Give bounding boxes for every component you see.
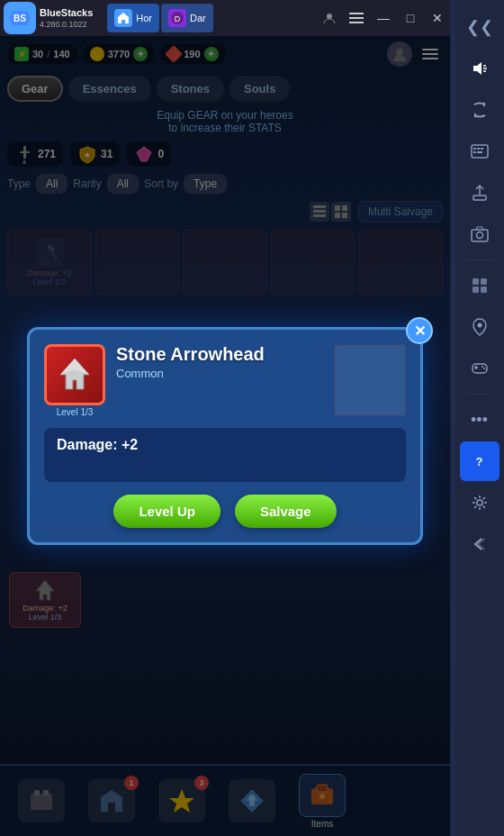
svg-point-56 bbox=[482, 366, 483, 368]
right-sidebar: ❮❮ ••• ? bbox=[454, 0, 504, 836]
sidebar-upload-btn[interactable] bbox=[460, 173, 500, 213]
sidebar-settings-btn[interactable] bbox=[460, 483, 500, 522]
svg-point-52 bbox=[477, 323, 482, 328]
bluestacks-version: 4.280.0.1022 bbox=[40, 20, 93, 29]
close-icon: ✕ bbox=[414, 323, 426, 340]
profile-btn[interactable] bbox=[317, 5, 342, 31]
svg-text:BS: BS bbox=[14, 14, 26, 23]
svg-marker-37 bbox=[482, 102, 485, 107]
svg-marker-38 bbox=[474, 113, 477, 118]
salvage-btn[interactable]: Salvage bbox=[235, 495, 337, 528]
item-detail-modal: ✕ Level 1/3 Stone A bbox=[27, 327, 423, 545]
arrowhead-icon bbox=[55, 355, 94, 395]
sidebar-collapse-btn[interactable]: ❮❮ bbox=[460, 7, 500, 47]
sidebar-location-btn[interactable] bbox=[460, 307, 500, 347]
game-tab-icon: D bbox=[168, 9, 186, 27]
modal-stats: Damage: +2 bbox=[44, 428, 406, 482]
svg-rect-45 bbox=[473, 195, 486, 200]
modal-header: Level 1/3 Stone Arrowhead Common bbox=[44, 344, 406, 417]
modal-actions: Level Up Salvage bbox=[44, 495, 406, 528]
sidebar-sep-2 bbox=[466, 394, 493, 395]
svg-rect-6 bbox=[349, 17, 364, 19]
sidebar-screenshot-btn[interactable] bbox=[460, 214, 500, 254]
svg-rect-42 bbox=[481, 148, 483, 150]
svg-rect-40 bbox=[473, 148, 476, 150]
game-area: ⚡ 30 / 140 3770 + 190 + bbox=[0, 36, 450, 836]
modal-close-btn[interactable]: ✕ bbox=[406, 317, 433, 344]
sidebar-sep-1 bbox=[466, 259, 493, 260]
tab-game-label: Dar bbox=[190, 13, 206, 23]
item-level-badge: Level 1/3 bbox=[57, 407, 94, 417]
svg-rect-51 bbox=[481, 286, 487, 293]
item-rarity: Common bbox=[116, 367, 323, 380]
sidebar-back-btn[interactable] bbox=[460, 524, 500, 564]
sidebar-help-btn[interactable]: ? bbox=[460, 441, 500, 481]
hamburger-btn[interactable] bbox=[344, 5, 369, 31]
svg-rect-5 bbox=[349, 13, 364, 14]
sidebar-more-btn[interactable]: ••• bbox=[460, 400, 500, 440]
minimize-btn[interactable]: — bbox=[371, 5, 396, 31]
tab-game[interactable]: D Dar bbox=[161, 4, 213, 32]
sidebar-volume-btn[interactable] bbox=[460, 49, 500, 88]
svg-rect-7 bbox=[349, 22, 364, 23]
svg-rect-43 bbox=[473, 151, 476, 153]
svg-point-57 bbox=[483, 368, 485, 369]
svg-point-47 bbox=[476, 232, 482, 239]
svg-text:D: D bbox=[175, 14, 181, 23]
svg-rect-41 bbox=[477, 148, 480, 150]
home-tab-icon bbox=[114, 9, 132, 27]
tab-home-label: Hor bbox=[136, 13, 152, 23]
bluestacks-title: BlueStacks bbox=[40, 7, 93, 19]
item-info: Stone Arrowhead Common bbox=[116, 344, 323, 380]
bluestacks-titlebar: BS BlueStacks 4.280.0.1022 Hor D Dar — □… bbox=[0, 0, 450, 36]
item-name: Stone Arrowhead bbox=[116, 344, 323, 365]
modal-overlay: ✕ Level 1/3 Stone A bbox=[0, 36, 450, 836]
sidebar-apps-btn[interactable] bbox=[460, 266, 500, 305]
level-up-btn[interactable]: Level Up bbox=[113, 495, 220, 528]
svg-point-4 bbox=[327, 14, 332, 19]
sidebar-rotate-btn[interactable] bbox=[460, 90, 500, 130]
item-image-placeholder bbox=[334, 344, 406, 416]
svg-rect-44 bbox=[477, 151, 482, 153]
tab-home[interactable]: Hor bbox=[107, 4, 159, 32]
svg-point-58 bbox=[477, 500, 482, 505]
item-badge bbox=[44, 344, 105, 405]
bluestacks-logo: BS bbox=[4, 2, 36, 34]
svg-rect-50 bbox=[472, 286, 479, 293]
svg-rect-48 bbox=[472, 278, 479, 285]
stat-damage: Damage: +2 bbox=[57, 437, 393, 453]
sidebar-keyboard-btn[interactable] bbox=[460, 132, 500, 171]
maximize-btn[interactable]: □ bbox=[398, 5, 423, 31]
sidebar-gamepad-btn[interactable] bbox=[460, 349, 500, 388]
close-btn[interactable]: ✕ bbox=[425, 5, 450, 31]
svg-rect-49 bbox=[481, 278, 487, 285]
window-controls: — □ ✕ bbox=[317, 5, 450, 31]
